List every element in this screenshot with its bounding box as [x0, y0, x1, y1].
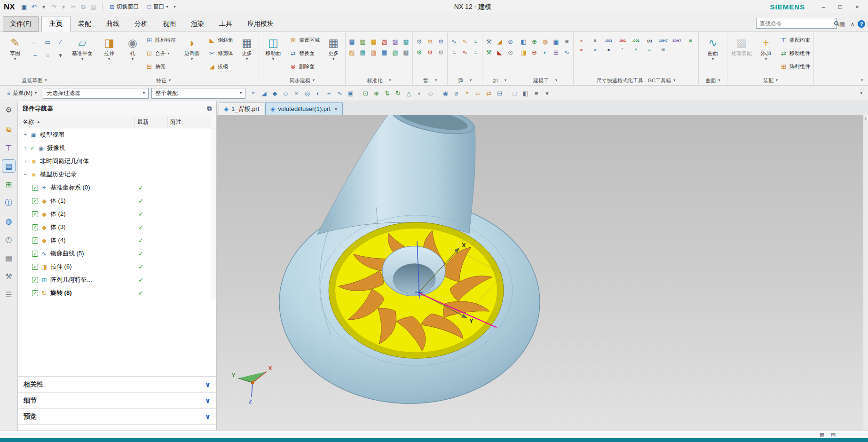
wireframe-view-icon[interactable]: ◇ — [426, 88, 435, 98]
gear-tool-icon[interactable]: ⚙ — [425, 37, 435, 46]
tree-item-body-1[interactable]: ✓ ◆ 体 (1) ✓ — [18, 194, 216, 207]
std-tool-icon[interactable]: ▥ — [358, 37, 368, 46]
grid-display-icon[interactable]: ▦ — [818, 431, 826, 438]
expand-icon[interactable]: + — [23, 132, 28, 138]
object-display-icon[interactable]: ◧ — [521, 88, 530, 98]
measure-icon[interactable]: ⌀ — [451, 88, 461, 98]
dim-format-icon[interactable]: x — [575, 37, 588, 44]
clipboard-icon[interactable]: ▤ — [829, 431, 837, 438]
dim-format-icon[interactable]: .001 — [602, 37, 615, 44]
help-icon[interactable]: ? — [858, 20, 865, 28]
shaded-view-icon[interactable]: ◐ — [415, 88, 425, 98]
std-tool-icon[interactable]: ▥ — [369, 47, 379, 57]
dim-format-icon[interactable]: (x) — [643, 37, 656, 44]
tab-home[interactable]: 主页 — [41, 16, 71, 32]
menu-button[interactable]: ≡ 菜单(M) ▾ — [4, 88, 40, 99]
modeling-tool-icon[interactable]: ◐ — [540, 47, 550, 57]
expand-icon[interactable]: + — [23, 145, 28, 151]
tree-item-revolve[interactable]: ✓ ↻ 旋转 (8) ✓ — [18, 286, 216, 300]
sync-more-button[interactable]: ▦ 更多 ▾ — [323, 34, 344, 61]
column-note[interactable]: 附注 — [167, 116, 211, 128]
delete-face-button[interactable]: ⊗ 删除面 — [287, 60, 322, 73]
pattern-feature-button[interactable]: ⊞ 阵列特征 — [143, 34, 178, 47]
std-tool-icon[interactable]: ▩ — [401, 37, 411, 46]
column-name[interactable]: 名称 ▲ — [18, 118, 134, 126]
group-label-spring[interactable]: 弹... ▾ — [449, 76, 481, 85]
minimize-button[interactable]: – — [816, 2, 830, 12]
snap-arc-center-icon[interactable]: ◎ — [302, 88, 312, 98]
roles-icon[interactable]: ☰ — [2, 288, 15, 300]
dim-format-icon[interactable]: ° — [616, 46, 629, 53]
viewport-edge-scrollbar[interactable]: ▴ — [863, 115, 868, 430]
snap-intersection-icon[interactable]: × — [292, 88, 301, 98]
feature-checkbox[interactable]: ✓ — [32, 277, 38, 283]
dim-format-icon[interactable]: √ — [630, 46, 642, 53]
layout-icon[interactable]: ▦ — [837, 19, 847, 29]
group-label-sync[interactable]: 同步建模 ▾ — [260, 76, 344, 85]
dim-format-icon[interactable]: .001 — [616, 37, 629, 44]
redo-caret-icon[interactable]: ▾ — [59, 2, 68, 11]
collapse-ribbon-icon[interactable]: ∧ — [847, 19, 858, 29]
std-tool-icon[interactable]: ▧ — [379, 37, 389, 46]
tree-item-model-views[interactable]: + ▣ 模型视图 — [18, 128, 216, 142]
modeling-tool-icon[interactable]: ⊕ — [529, 37, 539, 46]
view-menu-icon[interactable]: ▾ — [542, 88, 552, 98]
modeling-tool-icon[interactable]: ▣ — [551, 37, 561, 46]
tab-file[interactable]: 文件(F) — [3, 16, 39, 32]
extrude-button[interactable]: ◨ 拉伸 ▾ — [96, 34, 122, 61]
group-label-assembly[interactable]: 装配 ▾ — [729, 76, 812, 85]
std-tool-icon[interactable]: ▨ — [390, 37, 400, 46]
std-tool-icon[interactable]: ▤ — [358, 47, 368, 57]
gear-tool-icon[interactable]: ⚙ — [425, 47, 435, 57]
modeling-tool-icon[interactable]: ◧ — [519, 37, 529, 46]
snap-endpoint-icon[interactable]: ◢ — [259, 88, 269, 98]
modeling-tool-icon[interactable]: ≡ — [562, 37, 572, 46]
group-label-feature[interactable]: 特征 ▾ — [70, 76, 257, 85]
tab-assemblies[interactable]: 装配 — [71, 16, 99, 32]
save-icon[interactable]: ▣ — [20, 2, 29, 11]
undo-icon[interactable]: ↶ — [30, 2, 39, 11]
sketch-more-icon[interactable]: ▾ — [55, 49, 66, 61]
manufacturing-wizard-icon[interactable]: ⚒ — [2, 270, 15, 282]
spring-tool-icon[interactable]: ≈ — [471, 37, 481, 46]
profile-icon[interactable]: ⌐ — [29, 36, 41, 48]
draft-button[interactable]: ◢ 拔模 — [206, 60, 235, 73]
group-label-gear[interactable]: 齿... ▾ — [414, 76, 446, 85]
datum-plane-button[interactable]: ▱ 基准平面 ▾ — [70, 34, 95, 61]
tree-item-body-4[interactable]: ✓ ◆ 体 (4) ✓ — [18, 234, 216, 247]
modeling-tool-icon[interactable]: ◨ — [519, 47, 529, 57]
tab-render[interactable]: 渲染 — [183, 16, 212, 32]
history-icon[interactable]: ◷ — [2, 233, 15, 245]
spring-tool-icon[interactable]: ∿ — [460, 37, 470, 46]
window-display-icon[interactable]: □ — [510, 88, 520, 98]
rotate-view-icon[interactable]: ↻ — [393, 88, 403, 98]
std-tool-icon[interactable]: ▦ — [369, 37, 379, 46]
dim-format-icon[interactable]: ⌀ — [575, 46, 588, 53]
show-hide-icon[interactable]: ◉ — [441, 88, 450, 98]
modeling-tool-icon[interactable]: ◍ — [540, 37, 550, 46]
group-label-standardization[interactable]: 标准化... ▾ — [347, 76, 411, 85]
spring-tool-icon[interactable]: ∿ — [460, 47, 470, 57]
hd3d-tool-icon[interactable]: ⓘ — [2, 197, 15, 209]
group-label-machining[interactable]: 加... ▾ — [484, 76, 515, 85]
snap-point-toggle-icon[interactable]: ⌖ — [248, 88, 258, 98]
std-tool-ic Mountainon[interactable]: ▤ — [347, 37, 357, 46]
zoom-icon[interactable]: ⊕ — [371, 88, 381, 98]
reuse-library-icon[interactable]: ⊞ — [2, 178, 15, 190]
close-tab-icon[interactable]: × — [334, 106, 338, 112]
search-input[interactable] — [759, 20, 832, 27]
circle-icon[interactable]: ○ — [42, 49, 54, 61]
spring-tool-icon[interactable]: ∿ — [449, 37, 459, 46]
arc-icon[interactable]: ⌣ — [29, 49, 41, 61]
unite-button[interactable]: ⊡ 合并 ▾ — [143, 47, 178, 60]
line-icon[interactable]: ∕ — [55, 36, 66, 48]
perspective-icon[interactable]: △ — [404, 88, 414, 98]
dim-format-icon[interactable]: 10H7 — [657, 37, 670, 44]
tree-item-cameras[interactable]: + ✓ ◉ 摄像机 — [18, 142, 216, 155]
tree-item-model-history[interactable]: − ■ 模型历史记录 — [18, 168, 216, 181]
selection-bar-overflow-icon[interactable]: ▾ — [860, 91, 864, 95]
modeling-tool-icon[interactable]: ⊖ — [529, 47, 539, 57]
snap-control-point-icon[interactable]: ◇ — [281, 88, 291, 98]
snap-point-on-face-icon[interactable]: ▣ — [346, 88, 355, 98]
section-dependencies[interactable]: 相关性 ∨ — [18, 377, 216, 393]
